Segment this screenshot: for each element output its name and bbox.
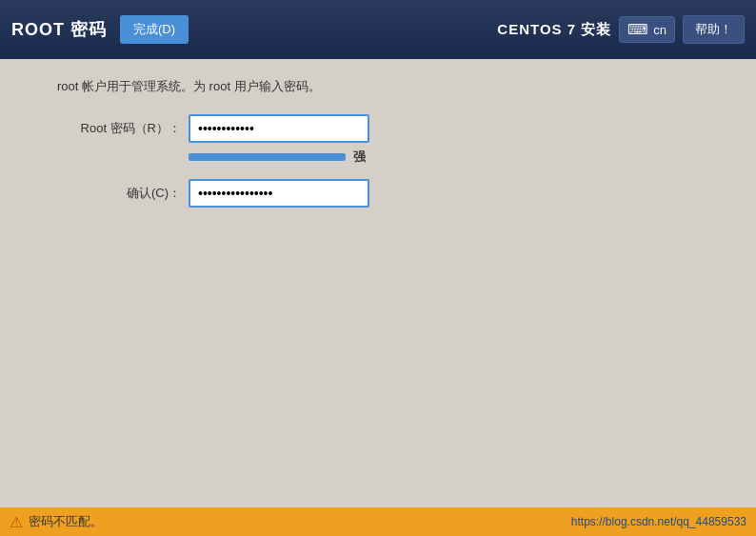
strength-row: 强 — [189, 149, 699, 166]
strength-bar — [189, 153, 346, 161]
description-text: root 帐户用于管理系统。为 root 用户输入密码。 — [57, 78, 699, 95]
header-bar: ROOT 密码 完成(D) CENTOS 7 安装 ⌨ cn 帮助！ — [0, 0, 756, 59]
status-url: https://blog.csdn.net/qq_44859533 — [571, 515, 746, 528]
keyboard-icon: ⌨ — [627, 21, 648, 38]
help-button[interactable]: 帮助！ — [683, 15, 745, 44]
centos-title: CENTOS 7 安装 — [497, 21, 611, 39]
confirm-row: 确认(C)： — [57, 179, 699, 208]
warning-text: 密码不匹配。 — [29, 513, 103, 530]
warning-area: ⚠ 密码不匹配。 — [10, 513, 103, 531]
main-content: root 帐户用于管理系统。为 root 用户输入密码。 Root 密码（R）：… — [0, 59, 756, 507]
warning-icon: ⚠ — [10, 513, 23, 531]
strength-label: 强 — [353, 149, 366, 166]
password-input[interactable] — [189, 114, 369, 143]
language-selector[interactable]: ⌨ cn — [619, 16, 675, 43]
page-title: ROOT 密码 — [11, 18, 107, 41]
password-row: Root 密码（R）： — [57, 114, 699, 143]
confirm-label: 确认(C)： — [57, 185, 181, 202]
confirm-input[interactable] — [189, 179, 369, 208]
status-bar: ⚠ 密码不匹配。 https://blog.csdn.net/qq_448595… — [0, 507, 756, 536]
header-right: CENTOS 7 安装 ⌨ cn 帮助！ — [497, 15, 745, 44]
done-button[interactable]: 完成(D) — [120, 15, 189, 44]
lang-display: cn — [653, 23, 666, 37]
password-label: Root 密码（R）： — [57, 120, 181, 137]
header-left: ROOT 密码 完成(D) — [11, 15, 189, 44]
